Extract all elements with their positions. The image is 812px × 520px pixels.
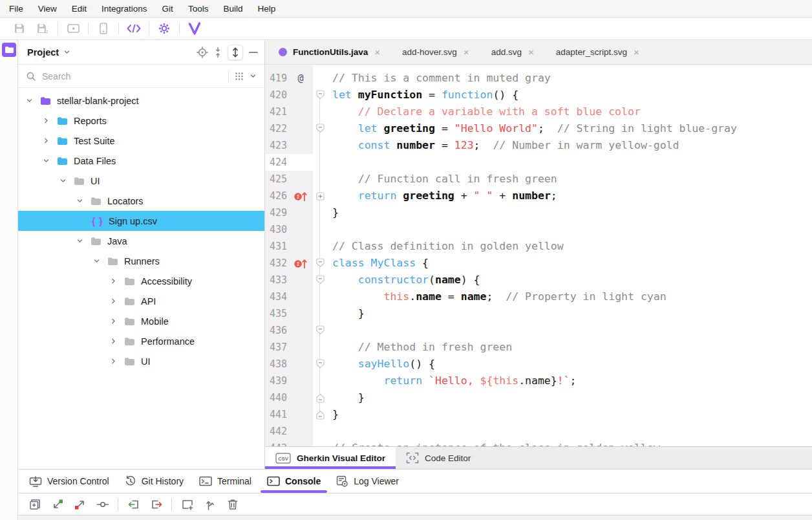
code-editor[interactable]: 419@// This is a comment in muted gray42…: [265, 65, 812, 446]
code-line-440[interactable]: 440 }: [265, 389, 812, 406]
tree-item-java[interactable]: Java: [18, 231, 264, 251]
toolbar-button-code-xml-icon[interactable]: [122, 23, 145, 34]
toolbar-button-save-icon[interactable]: [8, 23, 31, 34]
breakpoint-icon[interactable]: Σ: [291, 258, 310, 269]
tree-item-sign-up-csv[interactable]: { }Sign up.csv: [18, 211, 264, 231]
panel-button-expand-all-icon[interactable]: [228, 45, 243, 60]
chevron-down-icon[interactable]: [58, 177, 67, 184]
project-tool-button[interactable]: [2, 43, 16, 57]
fold-minus-icon[interactable]: [313, 120, 327, 137]
view-tab-code-editor[interactable]: Code Editor: [396, 447, 481, 469]
tree-item-runners[interactable]: Runners: [18, 251, 264, 271]
code-line-443[interactable]: 443// Create an instance of the class in…: [265, 440, 812, 446]
fold-minus-icon[interactable]: [313, 272, 327, 288]
editor-tab-add-hover-svg[interactable]: add-hover.svg×: [391, 40, 480, 64]
search-grid-icon[interactable]: [235, 72, 244, 81]
tree-item-data-files[interactable]: Data Files: [18, 151, 264, 171]
code-line-436[interactable]: 436: [265, 322, 812, 339]
code-line-441[interactable]: 441}: [265, 406, 812, 423]
code-line-434[interactable]: 434 this.name = name; // Property in lig…: [265, 288, 812, 305]
project-search-row[interactable]: Search: [18, 65, 264, 88]
menu-item-file[interactable]: File: [9, 4, 23, 14]
code-line-423[interactable]: 423 const number = 123; // Number in war…: [265, 137, 812, 154]
fold-minus-icon[interactable]: [313, 255, 327, 272]
code-line-419[interactable]: 419@// This is a comment in muted gray: [265, 70, 812, 87]
editor-tab-adapter-script-svg[interactable]: adapter_script.svg×: [545, 40, 650, 64]
code-line-433[interactable]: 433 constructor(name) {: [265, 272, 812, 288]
menu-item-help[interactable]: Help: [257, 4, 275, 14]
menu-item-edit[interactable]: Edit: [72, 4, 87, 14]
console-button-fork-arrow-icon[interactable]: [198, 499, 221, 510]
tree-item-stellar-blank-project[interactable]: stellar-blank-project: [18, 91, 264, 111]
console-button-new-window-icon[interactable]: [23, 498, 46, 511]
chevron-right-icon[interactable]: [41, 137, 50, 144]
tree-item-accessibility[interactable]: Accessibility: [18, 271, 264, 291]
panel-button-hide-panel-icon[interactable]: [249, 47, 258, 58]
close-tab-icon[interactable]: ×: [528, 47, 534, 58]
toolbar-button-gear-icon[interactable]: [153, 22, 176, 35]
tree-item-mobile[interactable]: Mobile: [18, 311, 264, 331]
fold-minus-icon[interactable]: [313, 87, 327, 103]
console-button-trash-icon[interactable]: [221, 499, 244, 510]
code-line-429[interactable]: 429}: [265, 204, 812, 221]
menu-item-tools[interactable]: Tools: [188, 4, 209, 14]
panel-button-collapse-all-icon[interactable]: [214, 47, 222, 58]
fold-end-icon[interactable]: [313, 389, 327, 406]
breakpoint-icon[interactable]: Σ: [291, 191, 310, 202]
tool-window-tab-terminal[interactable]: Terminal: [191, 470, 259, 493]
chevron-down-icon[interactable]: [75, 237, 84, 244]
code-line-432[interactable]: 432Σclass MyClass {: [265, 255, 812, 272]
code-line-424[interactable]: 424: [265, 154, 812, 171]
console-button-import-icon[interactable]: [122, 499, 145, 510]
chevron-right-icon[interactable]: [109, 277, 118, 285]
search-chevron-down-icon[interactable]: [250, 72, 257, 80]
tool-window-tab-version-control[interactable]: Version Control: [21, 470, 117, 493]
fold-plus-icon[interactable]: [313, 188, 327, 204]
menu-item-build[interactable]: Build: [223, 4, 242, 14]
chevron-right-icon[interactable]: [41, 117, 50, 124]
code-line-438[interactable]: 438 sayHello() {: [265, 356, 812, 373]
chevron-down-icon[interactable]: [25, 97, 34, 104]
console-button-commit-node-icon[interactable]: [91, 501, 114, 508]
toolbar-button-monitor-icon[interactable]: [61, 23, 85, 34]
console-button-export-icon[interactable]: [145, 499, 167, 510]
code-line-426[interactable]: 426Σ return greeting + " " + number;: [265, 188, 812, 204]
chevron-down-icon[interactable]: [41, 157, 50, 164]
chevron-down-icon[interactable]: [75, 197, 84, 204]
tool-window-tab-git-history[interactable]: Git History: [117, 470, 191, 493]
close-tab-icon[interactable]: ×: [464, 47, 469, 58]
console-button-add-tab-icon[interactable]: [176, 499, 198, 510]
fold-end-icon[interactable]: [313, 406, 327, 423]
view-tab-gherkin-visual-editor[interactable]: CSVGherkin Visual Editor: [265, 447, 396, 469]
chevron-down-icon[interactable]: [92, 257, 101, 265]
code-line-437[interactable]: 437 // Method in fresh green: [265, 339, 812, 356]
chevron-right-icon[interactable]: [109, 338, 118, 345]
tree-item-api[interactable]: API: [18, 291, 264, 311]
code-line-439[interactable]: 439 return `Hello, ${this.name}!`;: [265, 373, 812, 389]
toolbar-button-v-logo-icon[interactable]: [183, 22, 206, 35]
panel-button-locate-icon[interactable]: [197, 47, 208, 58]
menu-item-git[interactable]: Git: [162, 4, 173, 14]
tool-window-tab-log-viewer[interactable]: Log Viewer: [328, 470, 407, 493]
tree-item-ui[interactable]: UI: [18, 351, 264, 371]
chevron-right-icon[interactable]: [109, 318, 118, 325]
toolbar-button-mobile-icon[interactable]: [92, 23, 115, 34]
code-line-435[interactable]: 435 }: [265, 305, 812, 322]
tree-item-reports[interactable]: Reports: [18, 111, 264, 131]
editor-tab-add-svg[interactable]: add.svg×: [480, 40, 545, 64]
menu-item-integrations[interactable]: Integrations: [102, 4, 147, 14]
chevron-right-icon[interactable]: [109, 298, 118, 305]
code-line-420[interactable]: 420let myFunction = function() {: [265, 87, 812, 103]
fold-minus-icon[interactable]: [313, 356, 327, 373]
chevron-right-icon[interactable]: [109, 358, 118, 365]
console-button-step-into-icon[interactable]: [46, 498, 69, 511]
editor-tab-functionutils-java[interactable]: FunctionUtils.java×: [268, 40, 391, 64]
code-line-442[interactable]: 442: [265, 423, 812, 440]
code-line-421[interactable]: 421 // Declare a variable with a soft bl…: [265, 103, 812, 120]
tool-window-tab-console[interactable]: Console: [259, 470, 328, 493]
close-tab-icon[interactable]: ×: [634, 47, 639, 58]
code-line-422[interactable]: 422 let greeting = "Hello World"; // Str…: [265, 120, 812, 137]
code-line-430[interactable]: 430: [265, 221, 812, 238]
chevron-down-icon[interactable]: [63, 49, 70, 56]
fold-minus-icon[interactable]: [313, 322, 327, 339]
